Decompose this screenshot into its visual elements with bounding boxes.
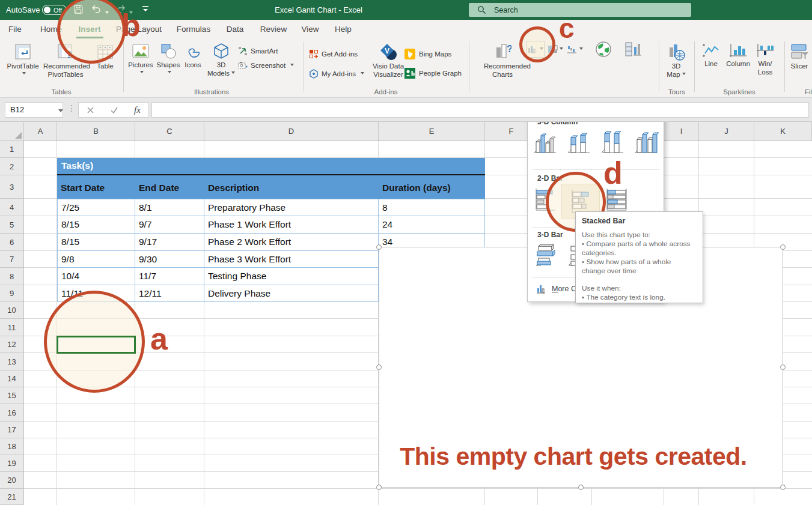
row-header-9[interactable]: 9 bbox=[0, 285, 24, 302]
table-row[interactable]: 8/159/7Phase 1 Work Effort24 bbox=[57, 216, 485, 234]
row-header-18[interactable]: 18 bbox=[0, 438, 24, 455]
stacked-bar-tooltip: Stacked Bar Use this chart type to: • Co… bbox=[575, 211, 703, 303]
column-header-C[interactable]: C bbox=[135, 122, 204, 141]
hierarchy-chart-chevron-icon bbox=[560, 47, 563, 52]
pictures-button[interactable]: Pictures bbox=[125, 41, 156, 92]
chart-resize-handle[interactable] bbox=[780, 364, 786, 370]
column-header-E[interactable]: E bbox=[379, 122, 485, 141]
tab-help[interactable]: Help bbox=[335, 25, 352, 34]
table-title-cell[interactable]: Task(s) bbox=[57, 158, 485, 175]
row-header-5[interactable]: 5 bbox=[0, 216, 24, 234]
header-end-date[interactable]: End Date bbox=[135, 175, 204, 199]
row-header-4[interactable]: 4 bbox=[0, 199, 24, 216]
shapes-button[interactable]: Shapes bbox=[156, 41, 180, 92]
row-header-3[interactable]: 3 bbox=[0, 175, 24, 199]
people-graph-button[interactable]: People Graph bbox=[404, 67, 462, 80]
tab-view[interactable]: View bbox=[301, 25, 319, 34]
tab-file[interactable]: File bbox=[8, 25, 22, 34]
row-header-13[interactable]: 13 bbox=[0, 353, 24, 370]
column-header-A[interactable]: A bbox=[24, 122, 57, 141]
tab-review[interactable]: Review bbox=[260, 25, 287, 34]
row-header-12[interactable]: 12 bbox=[0, 336, 24, 353]
chart-resize-handle[interactable] bbox=[780, 244, 786, 250]
row-header-15[interactable]: 15 bbox=[0, 387, 24, 404]
my-addins-button[interactable]: My Add-ins bbox=[309, 67, 364, 80]
100-stacked-bar-icon[interactable] bbox=[603, 186, 627, 215]
row-header-21[interactable]: 21 bbox=[0, 489, 24, 505]
cancel-icon[interactable] bbox=[87, 106, 94, 114]
3d-column-icon[interactable] bbox=[632, 129, 659, 159]
header-duration[interactable]: Duration (days) bbox=[379, 175, 485, 199]
3d-stacked-column-icon[interactable] bbox=[565, 129, 591, 159]
fx-icon[interactable]: fx bbox=[134, 105, 141, 115]
row-header-8[interactable]: 8 bbox=[0, 268, 24, 285]
enter-icon[interactable] bbox=[110, 106, 118, 114]
search-input[interactable]: Search bbox=[469, 3, 691, 17]
maps-globe-icon bbox=[595, 41, 612, 58]
line-sparkline-button[interactable]: Line bbox=[697, 41, 725, 92]
name-box[interactable]: B12 bbox=[5, 102, 63, 118]
3d-100-stacked-column-icon[interactable] bbox=[599, 129, 625, 159]
column-sparkline-button[interactable]: Column bbox=[725, 41, 751, 92]
bing-maps-button[interactable]: Bing Maps bbox=[404, 47, 451, 61]
formula-buttons: fx bbox=[78, 102, 149, 118]
window-title: Excel Gantt Chart - Excel bbox=[267, 5, 370, 14]
autosave-label: AutoSave bbox=[6, 5, 40, 14]
chart-resize-handle[interactable] bbox=[376, 485, 382, 490]
name-box-arrow-icon[interactable] bbox=[58, 109, 63, 115]
header-start-date[interactable]: Start Date bbox=[57, 175, 135, 199]
select-all-button[interactable] bbox=[0, 122, 24, 141]
column-header-D[interactable]: D bbox=[204, 122, 379, 141]
more-column-charts-item[interactable]: More C bbox=[536, 283, 576, 294]
tours-group-label: Tours bbox=[668, 88, 685, 95]
insert-maps-button[interactable] bbox=[593, 40, 614, 59]
row-header-7[interactable]: 7 bbox=[0, 251, 24, 268]
autosave-state: Off bbox=[53, 7, 62, 14]
selected-cell-b12[interactable] bbox=[56, 336, 136, 354]
3d-map-button[interactable]: 3D Map bbox=[661, 41, 691, 92]
row-header-16[interactable]: 16 bbox=[0, 404, 24, 422]
tooltip-bullet: • Compare parts of a whole across catego… bbox=[582, 240, 694, 258]
chart-resize-handle[interactable] bbox=[780, 485, 786, 490]
row-header-6[interactable]: 6 bbox=[0, 234, 24, 251]
column-header-J[interactable]: J bbox=[699, 122, 754, 141]
table-header-row[interactable]: Start Date End Date Description Duration… bbox=[57, 175, 485, 199]
slicer-button[interactable]: Slicer bbox=[786, 41, 812, 92]
row-header-2[interactable]: 2 bbox=[0, 158, 24, 175]
visio-data-visualizer-button[interactable]: V Visio Data Visualizer bbox=[371, 41, 405, 92]
column-header-I[interactable]: I bbox=[664, 122, 699, 141]
column-header-B[interactable]: B bbox=[57, 122, 135, 141]
icons-button[interactable]: Icons bbox=[182, 41, 204, 92]
chart-resize-handle[interactable] bbox=[376, 364, 382, 370]
column-header-K[interactable]: K bbox=[754, 122, 812, 141]
row-header-1[interactable]: 1 bbox=[0, 141, 24, 158]
row-header-19[interactable]: 19 bbox=[0, 455, 24, 472]
pivottable-button[interactable]: PivotTable bbox=[6, 41, 40, 92]
3d-clustered-column-icon[interactable] bbox=[531, 129, 558, 159]
icons-duck-icon bbox=[185, 43, 201, 59]
row-header-14[interactable]: 14 bbox=[0, 370, 24, 387]
waterfall-chart-icon bbox=[567, 45, 578, 54]
tab-formulas[interactable]: Formulas bbox=[177, 25, 210, 34]
pivotchart-button[interactable] bbox=[621, 40, 647, 59]
my-addins-chevron-icon bbox=[361, 72, 364, 76]
3d-models-button[interactable]: 3D Models bbox=[206, 41, 237, 92]
chart-resize-handle[interactable] bbox=[578, 485, 584, 490]
annotation-chart-note: This empty chart gets created. bbox=[379, 443, 783, 471]
row-header-20[interactable]: 20 bbox=[0, 472, 24, 489]
row-header-17[interactable]: 17 bbox=[0, 422, 24, 438]
tab-data[interactable]: Data bbox=[227, 25, 244, 34]
chart-resize-handle[interactable] bbox=[376, 244, 382, 250]
3d-clustered-bar-icon[interactable] bbox=[533, 241, 561, 271]
winloss-sparkline-button[interactable]: Win/ Loss bbox=[752, 41, 778, 92]
row-header-10[interactable]: 10 bbox=[0, 302, 24, 319]
get-addins-button[interactable]: Get Add-ins bbox=[309, 47, 358, 61]
smartart-button[interactable]: SmartArt bbox=[238, 44, 278, 58]
annotation-circle-c bbox=[519, 26, 555, 62]
screenshot-button[interactable]: Screenshot bbox=[238, 59, 294, 72]
formula-input[interactable] bbox=[151, 102, 809, 118]
recommended-charts-button[interactable]: ? Recommended Charts bbox=[484, 41, 521, 92]
row-header-11[interactable]: 11 bbox=[0, 319, 24, 336]
header-description[interactable]: Description bbox=[204, 175, 379, 199]
table-row[interactable]: 7/258/1Preparatory Phase8 bbox=[57, 199, 485, 216]
